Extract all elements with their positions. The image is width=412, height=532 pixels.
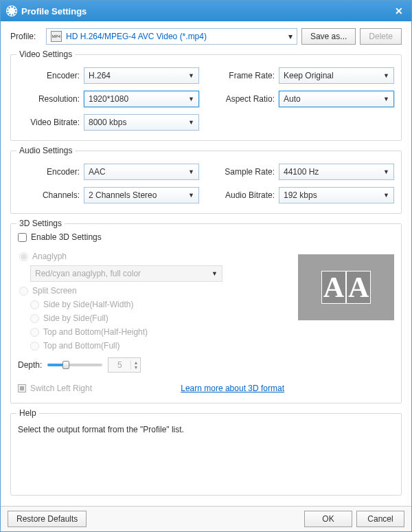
video-bitrate-select[interactable]: 8000 kbps▼ (84, 114, 199, 131)
chevron-down-icon: ▾ (288, 32, 293, 41)
switch-lr-checkbox (18, 384, 26, 392)
audio-encoder-select[interactable]: AAC▼ (84, 164, 199, 180)
audio-settings-legend: Audio Settings (16, 146, 75, 155)
help-text: Select the output format from the "Profi… (18, 425, 394, 434)
audio-settings-fieldset: Audio Settings Encoder: AAC▼ Sample Rate… (10, 151, 402, 214)
channels-select[interactable]: 2 Channels Stereo▼ (84, 187, 199, 203)
sbs-full-label: Side by Side(Full) (43, 313, 108, 323)
enable-3d-checkbox[interactable] (18, 233, 27, 242)
footer: Restore Defaults OK Cancel (1, 506, 411, 531)
split-screen-radio (19, 287, 28, 296)
delete-button: Delete (360, 28, 402, 45)
audio-bitrate-label: Audio Bitrate: (213, 190, 275, 200)
aspect-ratio-select[interactable]: Auto▼ (279, 91, 394, 107)
depth-label: Depth: (18, 360, 42, 370)
depth-slider[interactable] (47, 364, 102, 366)
audio-bitrate-select[interactable]: 192 kbps▼ (279, 187, 394, 203)
profile-value: HD H.264/MPEG-4 AVC Video (*.mp4) (66, 32, 288, 41)
depth-value: 5 (108, 360, 130, 370)
titlebar: Profile Settings ✕ (1, 1, 411, 21)
anaglyph-mode-select: Red/cyan anaglyph, full color ▼ (30, 265, 222, 282)
tb-half-label: Top and Bottom(Half-Height) (43, 327, 148, 337)
tb-half-radio (30, 328, 39, 337)
frame-rate-select[interactable]: Keep Original▼ (279, 67, 394, 84)
channels-label: Channels: (18, 190, 80, 200)
sample-rate-select[interactable]: 44100 Hz▼ (279, 164, 394, 180)
chevron-down-icon: ▼ (383, 168, 389, 175)
chevron-down-icon: ▼ (211, 270, 218, 277)
chevron-down-icon: ▼ (188, 96, 194, 102)
restore-defaults-button[interactable]: Restore Defaults (8, 511, 87, 527)
mp4-icon: MP4 (51, 31, 62, 42)
help-legend: Help (16, 408, 39, 418)
enable-3d-label: Enable 3D Settings (31, 232, 102, 242)
sbs-half-label: Side by Side(Half-Width) (43, 300, 133, 309)
video-bitrate-label: Video Bitrate: (18, 118, 80, 127)
spinner-arrows-icon: ▲▼ (130, 360, 140, 370)
chevron-down-icon: ▼ (188, 168, 194, 175)
content-area: Profile: MP4 HD H.264/MPEG-4 AVC Video (… (1, 21, 411, 506)
app-icon (6, 5, 17, 16)
window-title: Profile Settings (21, 6, 87, 16)
split-screen-label: Split Screen (32, 286, 77, 296)
chevron-down-icon: ▼ (383, 72, 389, 79)
3d-preview: AA (298, 254, 394, 320)
ok-button[interactable]: OK (304, 511, 352, 527)
profile-settings-window: Profile Settings ✕ Profile: MP4 HD H.264… (0, 0, 412, 532)
switch-lr-label: Switch Left Right (30, 384, 92, 393)
video-encoder-label: Encoder: (18, 71, 80, 80)
help-fieldset: Help Select the output format from the "… (10, 413, 402, 496)
chevron-down-icon: ▼ (188, 119, 194, 126)
anaglyph-radio (19, 252, 28, 261)
video-settings-legend: Video Settings (16, 49, 75, 59)
3d-settings-fieldset: 3D Settings Enable 3D Settings Anaglyph … (10, 223, 402, 403)
chevron-down-icon: ▼ (188, 72, 194, 79)
slider-thumb-icon[interactable] (62, 361, 69, 369)
learn-more-link[interactable]: Learn more about 3D format (181, 384, 284, 393)
frame-rate-label: Frame Rate: (213, 71, 275, 80)
save-as-button[interactable]: Save as... (301, 28, 356, 45)
sbs-half-radio (30, 300, 39, 309)
3d-settings-legend: 3D Settings (16, 219, 65, 228)
sample-rate-label: Sample Rate: (213, 167, 275, 177)
depth-spinner: 5 ▲▼ (108, 357, 141, 373)
resolution-select[interactable]: 1920*1080▼ (84, 91, 199, 107)
chevron-down-icon: ▼ (383, 96, 389, 102)
video-encoder-select[interactable]: H.264▼ (84, 67, 199, 84)
chevron-down-icon: ▼ (188, 192, 194, 199)
chevron-down-icon: ▼ (383, 192, 389, 199)
profile-row: Profile: MP4 HD H.264/MPEG-4 AVC Video (… (10, 28, 402, 45)
anaglyph-preview-icon: AA (321, 271, 371, 304)
audio-encoder-label: Encoder: (18, 167, 80, 177)
tb-full-label: Top and Bottom(Full) (43, 341, 119, 351)
sbs-full-radio (30, 314, 39, 323)
tb-full-radio (30, 342, 39, 351)
anaglyph-label: Anaglyph (32, 252, 67, 261)
video-settings-fieldset: Video Settings Encoder: H.264▼ Frame Rat… (10, 54, 402, 141)
profile-label: Profile: (10, 32, 42, 41)
aspect-ratio-label: Aspect Ratio: (213, 94, 275, 104)
profile-select[interactable]: MP4 HD H.264/MPEG-4 AVC Video (*.mp4) ▾ (46, 28, 297, 45)
cancel-button[interactable]: Cancel (356, 511, 404, 527)
close-icon[interactable]: ✕ (392, 5, 406, 16)
resolution-label: Resolution: (18, 94, 80, 104)
